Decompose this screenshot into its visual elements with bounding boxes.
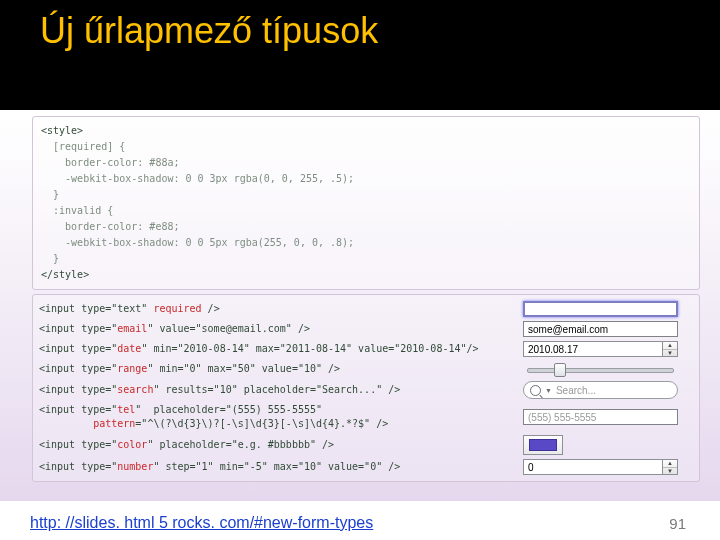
- search-input[interactable]: ▼ Search...: [523, 381, 678, 399]
- row-date: <input type="date" min="2010-08-14" max=…: [39, 339, 693, 359]
- style-code-card: <style> [required] { border-color: #88a;…: [32, 116, 700, 290]
- row-text: <input type="text" required />: [39, 299, 693, 319]
- number-spin[interactable]: ▲▼: [662, 459, 678, 475]
- inputs-card: <input type="text" required /> <input ty…: [32, 294, 700, 482]
- code-input-color: <input type="color" placeholder="e.g. #b…: [39, 438, 513, 452]
- row-number: <input type="number" step="1" min="-5" m…: [39, 457, 693, 477]
- row-email: <input type="email" value="some@email.co…: [39, 319, 693, 339]
- color-swatch: [529, 439, 557, 451]
- row-range: <input type="range" min="0" max="50" val…: [39, 359, 693, 379]
- source-link[interactable]: http: //slides. html 5 rocks. com/#new-f…: [30, 514, 373, 532]
- slide-title: Új űrlapmező típusok: [40, 10, 720, 52]
- text-input[interactable]: [523, 301, 678, 317]
- range-thumb[interactable]: [554, 363, 566, 377]
- title-bar: Új űrlapmező típusok: [0, 0, 720, 110]
- row-search: <input type="search" results="10" placeh…: [39, 379, 693, 401]
- range-input[interactable]: [523, 361, 678, 377]
- row-tel: <input type="tel" placeholder="(555) 555…: [39, 401, 693, 433]
- code-input-text: <input type="text" required />: [39, 302, 513, 316]
- date-spin[interactable]: ▲▼: [662, 341, 678, 357]
- code-input-range: <input type="range" min="0" max="50" val…: [39, 362, 513, 376]
- tel-input[interactable]: (555) 555-5555: [523, 409, 678, 425]
- code-input-tel: <input type="tel" placeholder="(555) 555…: [39, 403, 513, 431]
- row-color: <input type="color" placeholder="e.g. #b…: [39, 433, 693, 457]
- chevron-down-icon: ▼: [545, 387, 552, 394]
- number-input[interactable]: 0 ▲▼: [523, 459, 678, 475]
- slide-body: <style> [required] { border-color: #88a;…: [0, 116, 720, 501]
- email-input[interactable]: some@email.com: [523, 321, 678, 337]
- color-input[interactable]: [523, 435, 563, 455]
- code-input-email: <input type="email" value="some@email.co…: [39, 322, 513, 336]
- page-number: 91: [669, 515, 686, 532]
- date-input[interactable]: 2010.08.17 ▲▼: [523, 341, 678, 357]
- code-input-search: <input type="search" results="10" placeh…: [39, 383, 513, 397]
- code-style-block: <style> [required] { border-color: #88a;…: [41, 123, 691, 283]
- code-input-number: <input type="number" step="1" min="-5" m…: [39, 460, 513, 474]
- code-input-date: <input type="date" min="2010-08-14" max=…: [39, 342, 513, 356]
- search-icon: [530, 385, 541, 396]
- slide-footer: http: //slides. html 5 rocks. com/#new-f…: [0, 501, 720, 540]
